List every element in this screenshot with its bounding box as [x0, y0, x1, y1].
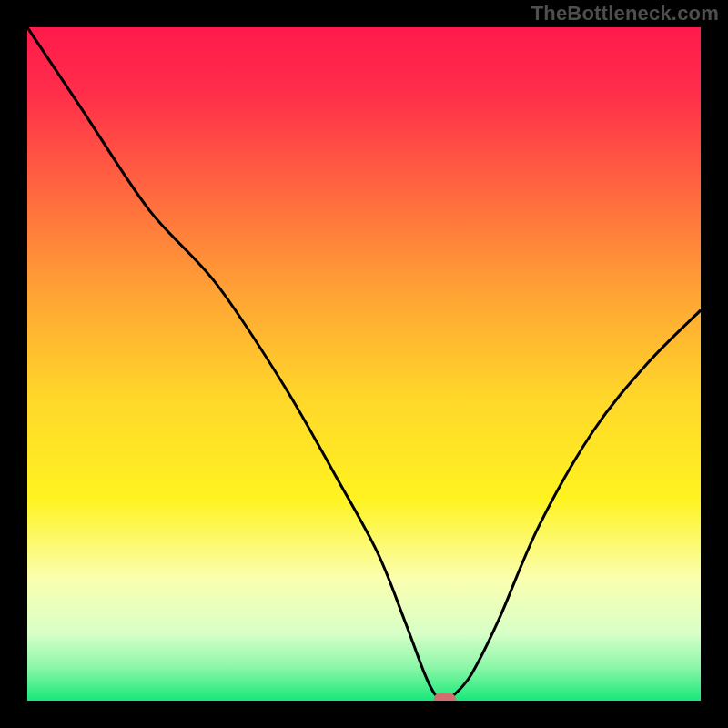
plot-area — [27, 27, 701, 701]
bottleneck-chart — [27, 27, 701, 701]
watermark-text: TheBottleneck.com — [531, 2, 719, 25]
chart-frame: TheBottleneck.com — [0, 0, 728, 728]
gradient-background — [27, 27, 701, 701]
optimal-point-marker — [434, 693, 456, 701]
